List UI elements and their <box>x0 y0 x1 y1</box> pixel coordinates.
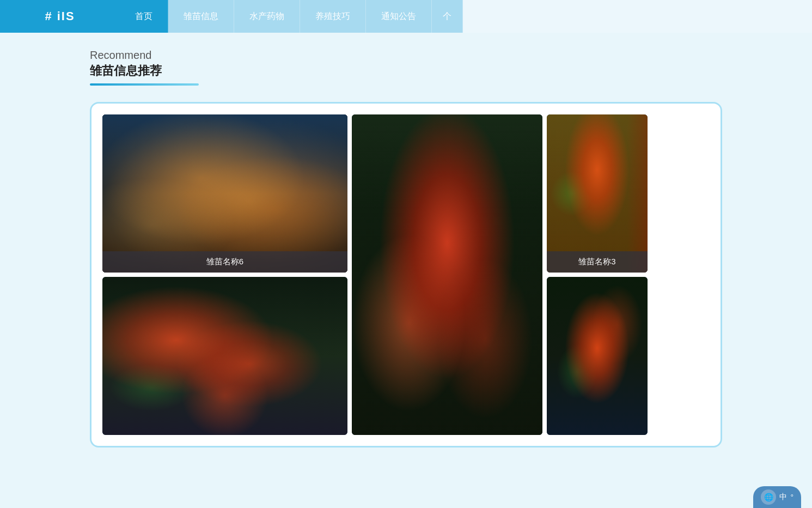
page-content: Recommend 雏苗信息推荐 雏苗名称6 雏苗名称3 <box>0 33 812 464</box>
navigation: # iIS 首页 雏苗信息 水产药物 养殖技巧 通知公告 个 <box>0 0 812 33</box>
gallery-item-1[interactable]: 雏苗名称6 <box>102 114 347 273</box>
gallery-container: 雏苗名称6 雏苗名称3 <box>90 102 722 447</box>
nav-item-seedling[interactable]: 雏苗信息 <box>168 0 234 33</box>
section-title-en: Recommend <box>90 49 722 62</box>
section-underline <box>90 83 199 86</box>
gallery-caption-1: 雏苗名称6 <box>102 251 347 273</box>
gallery-caption-3: 雏苗名称3 <box>547 251 648 273</box>
nav-item-profile[interactable]: 个 <box>432 0 463 33</box>
section-header: Recommend 雏苗信息推荐 <box>90 49 722 86</box>
nav-logo: # iIS <box>0 0 120 33</box>
nav-item-notices[interactable]: 通知公告 <box>366 0 432 33</box>
gallery-item-5[interactable] <box>547 277 648 435</box>
nav-item-home[interactable]: 首页 <box>120 0 168 33</box>
nav-items: 首页 雏苗信息 水产药物 养殖技巧 通知公告 个 <box>120 0 812 33</box>
fish-image-5 <box>547 277 648 435</box>
language-sep: ° <box>790 493 793 501</box>
gallery-item-3[interactable]: 雏苗名称3 <box>547 114 648 273</box>
fish-image-2 <box>352 114 542 435</box>
gallery-item-2[interactable] <box>352 114 542 435</box>
section-title-zh: 雏苗信息推荐 <box>90 63 722 79</box>
fish-image-3 <box>547 114 648 273</box>
language-globe-icon: 🌐 <box>761 489 776 505</box>
fish-image-1 <box>102 114 347 273</box>
nav-item-techniques[interactable]: 养殖技巧 <box>300 0 366 33</box>
gallery-item-4[interactable] <box>102 277 347 435</box>
language-zh[interactable]: 中 <box>779 492 787 502</box>
fish-image-4 <box>102 277 347 435</box>
bottom-language-bar[interactable]: 🌐 中 ° <box>753 486 801 508</box>
nav-item-medicine[interactable]: 水产药物 <box>234 0 300 33</box>
